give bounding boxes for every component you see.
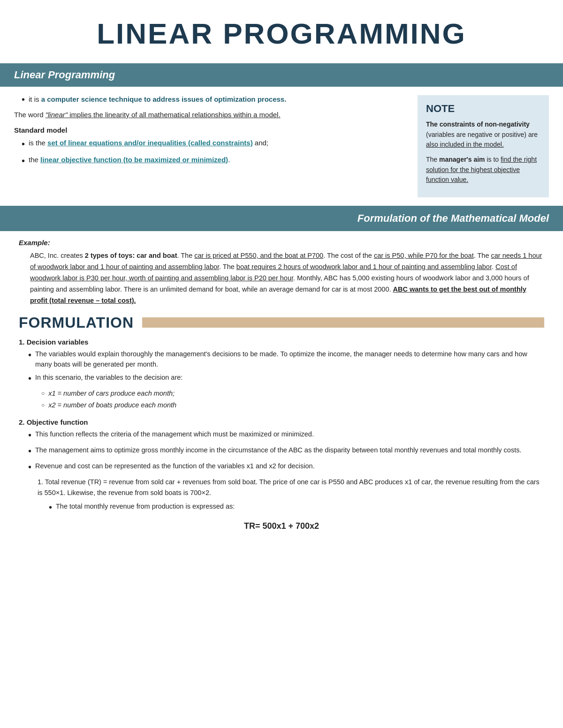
of-bullet2: • The management aims to optimize gross … (28, 445, 544, 458)
dv-b2-text: In this scenario, the variables to the d… (35, 372, 183, 383)
of-b2-dot: • (28, 444, 31, 458)
standard-model-heading: Standard model (14, 126, 406, 134)
num2-prefix: 2. (19, 418, 27, 426)
decision-vars-label: Decision variables (27, 338, 89, 346)
x1-label: x1 = number of cars produce each month; (48, 388, 175, 398)
section1-left: • it is a computer science technique to … (14, 95, 406, 197)
dv-b1-text: The variables would explain thoroughly t… (35, 349, 544, 370)
section2-header: Formulation of the Mathematical Model (0, 206, 563, 231)
lp-bullet1-text: it is a computer science technique to ad… (29, 95, 286, 103)
bullet-dot: • (22, 94, 25, 105)
note-para2: The manager's aim is to find the right s… (426, 155, 540, 185)
note-title: NOTE (426, 103, 540, 115)
tr-formula: TR= 500x1 + 700x2 (19, 521, 544, 531)
bullet-dot-2: • (22, 137, 25, 151)
word-linear-prefix: The word (14, 111, 46, 119)
note-para1-underline: also included in the model. (426, 141, 504, 148)
std-bullet1-text: is the set of linear equations and/or in… (29, 138, 268, 149)
word-linear-italic: "linear" (46, 111, 68, 119)
note-para2-bold: manager's aim (439, 156, 485, 163)
formulation-title-row: FORMULATION (19, 314, 544, 331)
price-underline: car is priced at P550, and the boat at P… (194, 252, 323, 259)
labor2-underline: boat requires 2 hours of woodwork labor … (236, 263, 492, 270)
of-bullet1: • This function reflects the criteria of… (28, 429, 544, 443)
numbered-section-2: 2. Objective function • This function re… (19, 418, 544, 531)
note-para1-rest: (variables are negative or positive) are (426, 131, 538, 138)
note-para2-rest: is to (487, 156, 501, 163)
x2-label: x2 = number of boats produce each month (48, 400, 176, 410)
lp-intro-bullet: • it is a computer science technique to … (22, 95, 406, 105)
cost-underline: car is P50, while P70 for the boat (374, 252, 474, 259)
section1-header: Linear Programming (0, 63, 563, 87)
of-b3-dot: • (28, 460, 31, 474)
note-para1-bold: The constraints of non-negativity (426, 120, 530, 128)
of-b2-text: The management aims to optimize gross mo… (35, 445, 521, 455)
abc-bold-underline: ABC wants to get the best out of monthly… (30, 285, 526, 304)
std-link1: set of linear equations and/or inequalit… (47, 139, 253, 147)
dv-bullet1: • The variables would explain thoroughly… (28, 349, 544, 370)
nested-1-prefix: 1. Total revenue (TR) = revenue from sol… (38, 478, 540, 496)
sub-circle-2: ○ (41, 401, 45, 410)
note-para2-prefix: The (426, 156, 439, 163)
std-bullet1: • is the set of linear equations and/or … (22, 138, 406, 151)
objective-function-label: Objective function (27, 418, 88, 426)
num1-prefix: 1. (19, 338, 27, 346)
objective-function-heading: 2. Objective function (19, 418, 544, 426)
numbered-section-1: 1. Decision variables • The variables wo… (19, 338, 544, 411)
nested-1: 1. Total revenue (TR) = revenue from sol… (38, 477, 544, 498)
section2-title: Formulation of the Mathematical Model (358, 212, 549, 224)
formulation-bar (142, 317, 544, 328)
nested-sub-1: • The total monthly revenue from product… (49, 501, 544, 515)
formulation-section: FORMULATION 1. Decision variables • The … (0, 311, 563, 543)
of-b3-text: Revenue and cost can be represented as t… (35, 461, 315, 471)
dv-sub-bullet2: ○ x2 = number of boats produce each mont… (41, 400, 544, 410)
nested-sub-dot: • (49, 500, 52, 515)
bullet-dot-3: • (22, 154, 25, 168)
formulation-big-title: FORMULATION (19, 314, 134, 331)
dv-bullet2: • In this scenario, the variables to the… (28, 372, 544, 386)
word-linear-para: The word "linear" implies the linearity … (14, 110, 406, 120)
dv-b1-dot: • (28, 348, 31, 362)
dv-b2-dot: • (28, 371, 31, 386)
main-title-section: LINEAR PROGRAMMING (0, 0, 563, 63)
example-text-prefix: ABC, Inc. creates 2 types of toys: car a… (30, 252, 542, 304)
of-b1-text: This function reflects the criteria of t… (35, 429, 314, 439)
of-b1-dot: • (28, 428, 31, 443)
section-linear-programming: Linear Programming • it is a computer sc… (0, 63, 563, 206)
main-title: LINEAR PROGRAMMING (19, 17, 544, 50)
example-label: Example: (19, 239, 544, 247)
dv-sub-bullet1: ○ x1 = number of cars produce each month… (41, 388, 544, 398)
nested-sub-text: The total monthly revenue from productio… (56, 501, 235, 511)
note-para1: The constraints of non-negativity (varia… (426, 120, 540, 150)
bold-text: a computer science technique to address … (41, 95, 287, 103)
word-linear-suffix: implies the linearity of all mathematica… (68, 111, 281, 119)
of-bullet3: • Revenue and cost can be represented as… (28, 461, 544, 474)
std-bullet2: • the linear objective function (to be m… (22, 155, 406, 168)
sub-circle-1: ○ (41, 389, 45, 398)
decision-variables-heading: 1. Decision variables (19, 338, 544, 346)
bold-toys: 2 types of toys: car and boat (85, 252, 177, 259)
std-bullet2-text: the linear objective function (to be max… (29, 155, 230, 165)
example-section: Example: ABC, Inc. creates 2 types of to… (0, 231, 563, 311)
example-body: ABC, Inc. creates 2 types of toys: car a… (19, 250, 544, 307)
note-box: NOTE The constraints of non-negativity (… (418, 95, 549, 197)
std-link2: linear objective function (to be maximiz… (40, 156, 228, 164)
page-container: LINEAR PROGRAMMING Linear Programming • … (0, 0, 563, 543)
section1-body: • it is a computer science technique to … (0, 87, 563, 206)
